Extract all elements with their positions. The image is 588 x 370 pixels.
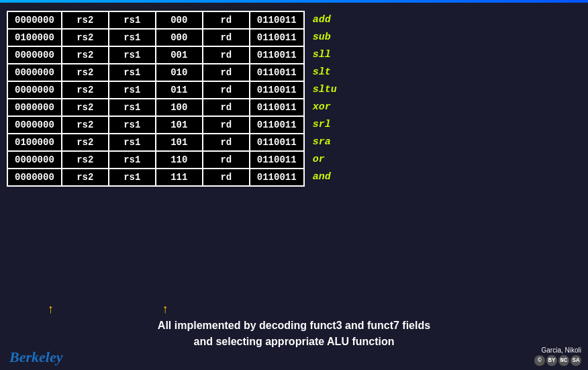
cell-funct7: 0000000 (7, 64, 62, 81)
cell-rd: rd (203, 151, 250, 169)
berkeley-logo: Berkeley (9, 349, 62, 366)
table-row: 0000000rs2rs1011rd0110011 (7, 81, 304, 99)
cell-rs2: rs2 (62, 64, 109, 81)
table-row: 0000000rs2rs1000rd0110011 (7, 11, 304, 29)
right-arrow: ↑ (162, 303, 169, 316)
cell-rd: rd (203, 46, 250, 64)
instruction-label-srl: srl (309, 115, 341, 133)
table-row: 0000000rs2rs1010rd0110011 (7, 64, 304, 81)
cell-opcode: 0110011 (250, 11, 304, 29)
cell-rd: rd (203, 11, 250, 29)
cell-rd: rd (203, 99, 250, 116)
instruction-label-add: add (309, 11, 341, 28)
cell-funct3: 010 (156, 64, 203, 81)
cell-opcode: 0110011 (250, 46, 304, 64)
cell-funct7: 0100000 (7, 134, 62, 151)
bottom-section: ↑ ↑ All implemented by decoding funct3 a… (7, 303, 581, 350)
cell-rs2: rs2 (62, 116, 109, 134)
cell-rd: rd (203, 64, 250, 81)
cell-funct3: 000 (156, 11, 203, 29)
sa-icon: SA (571, 355, 581, 366)
instruction-table: 0000000rs2rs1000rd01100110100000rs2rs100… (7, 11, 305, 187)
cell-rs1: rs1 (109, 46, 156, 64)
cell-funct3: 111 (156, 169, 203, 186)
cell-funct3: 000 (156, 29, 203, 46)
cell-rs1: rs1 (109, 116, 156, 134)
instruction-label-and: and (309, 168, 341, 185)
cell-funct3: 110 (156, 151, 203, 169)
cell-opcode: 0110011 (250, 134, 304, 151)
cell-rs2: rs2 (62, 81, 109, 99)
cell-rs1: rs1 (109, 99, 156, 116)
cell-opcode: 0110011 (250, 99, 304, 116)
instruction-label-sll: sll (309, 46, 341, 63)
cell-funct7: 0000000 (7, 46, 62, 64)
license-icons: © BY NC SA (534, 355, 581, 366)
cell-opcode: 0110011 (250, 64, 304, 81)
cell-rs1: rs1 (109, 134, 156, 151)
cell-funct3: 101 (156, 134, 203, 151)
instruction-label-xor: xor (309, 98, 341, 115)
cell-rd: rd (203, 116, 250, 134)
cell-funct7: 0000000 (7, 169, 62, 186)
instruction-label-sub: sub (309, 28, 341, 46)
cell-opcode: 0110011 (250, 29, 304, 46)
author-credit: Garcia, Nikoli (542, 346, 581, 354)
cell-funct7: 0000000 (7, 116, 62, 134)
table-row: 0100000rs2rs1000rd0110011 (7, 29, 304, 46)
cell-funct7: 0000000 (7, 151, 62, 169)
cell-funct7: 0000000 (7, 81, 62, 99)
left-arrow: ↑ (47, 303, 54, 316)
table-row: 0100000rs2rs1101rd0110011 (7, 134, 304, 151)
cell-rs1: rs1 (109, 11, 156, 29)
table-row: 0000000rs2rs1101rd0110011 (7, 116, 304, 134)
cell-rs2: rs2 (62, 151, 109, 169)
cell-rs2: rs2 (62, 46, 109, 64)
cell-funct3: 001 (156, 46, 203, 64)
instruction-label-slt: slt (309, 63, 341, 81)
cell-rs2: rs2 (62, 29, 109, 46)
cell-rs1: rs1 (109, 64, 156, 81)
arrow-row: ↑ ↑ (7, 303, 581, 316)
license-area: Garcia, Nikoli © BY NC SA (534, 346, 581, 366)
cell-funct3: 101 (156, 116, 203, 134)
instruction-label-or: or (309, 150, 341, 168)
cell-rs1: rs1 (109, 169, 156, 186)
cell-rd: rd (203, 169, 250, 186)
cell-opcode: 0110011 (250, 169, 304, 186)
by-icon: BY (546, 355, 557, 366)
cell-opcode: 0110011 (250, 81, 304, 99)
cell-rs1: rs1 (109, 81, 156, 99)
cell-rd: rd (203, 134, 250, 151)
cell-rs2: rs2 (62, 134, 109, 151)
table-row: 0000000rs2rs1100rd0110011 (7, 99, 304, 116)
table-row: 0000000rs2rs1111rd0110011 (7, 169, 304, 186)
instruction-label-sra: sra (309, 133, 341, 150)
nc-icon: NC (558, 355, 569, 366)
cell-rs2: rs2 (62, 99, 109, 116)
cell-funct7: 0000000 (7, 11, 62, 29)
table-row: 0000000rs2rs1110rd0110011 (7, 151, 304, 169)
cell-rs2: rs2 (62, 169, 109, 186)
cell-funct7: 0000000 (7, 99, 62, 116)
cell-funct3: 100 (156, 99, 203, 116)
table-row: 0000000rs2rs1001rd0110011 (7, 46, 304, 64)
cell-rd: rd (203, 81, 250, 99)
cell-rd: rd (203, 29, 250, 46)
cell-funct3: 011 (156, 81, 203, 99)
cc-icon: © (534, 355, 545, 366)
cell-rs2: rs2 (62, 11, 109, 29)
cell-rs1: rs1 (109, 151, 156, 169)
caption-line1: All implemented by decoding funct3 and f… (7, 318, 581, 334)
cell-opcode: 0110011 (250, 116, 304, 134)
caption-line2: and selecting appropriate ALU function (7, 334, 581, 350)
instruction-label-sltu: sltu (309, 81, 341, 98)
caption: All implemented by decoding funct3 and f… (7, 318, 581, 350)
cell-funct7: 0100000 (7, 29, 62, 46)
cell-rs1: rs1 (109, 29, 156, 46)
cell-opcode: 0110011 (250, 151, 304, 169)
